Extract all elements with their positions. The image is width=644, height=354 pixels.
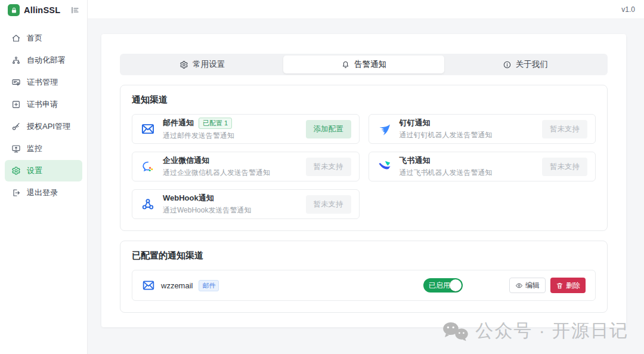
not-supported-label: 暂未支持 — [306, 158, 351, 176]
sidebar-item-label: 授权API管理 — [27, 121, 70, 132]
delete-button[interactable]: 删除 — [550, 278, 586, 293]
channel-title: WebHook通知 — [163, 193, 214, 204]
channel-description: 通过邮件发送告警通知 — [163, 131, 234, 141]
tab-about-us[interactable]: 关于我们 — [444, 56, 606, 73]
menu-fold-icon[interactable] — [70, 5, 81, 16]
sidebar-item-home[interactable]: 首页 — [5, 27, 82, 49]
channel-card-dingtalk: 钉钉通知 通过钉钉机器人发送告警通知 暂未支持 — [369, 114, 596, 144]
channel-text: 飞书通知 通过飞书机器人发送告警通知 — [400, 155, 493, 178]
watermark: 公众号 · 开源日记 — [442, 319, 628, 343]
app-title: AllinSSL — [24, 5, 66, 15]
lock-icon — [8, 4, 20, 16]
not-supported-label: 暂未支持 — [542, 158, 587, 176]
wecom-icon — [140, 159, 156, 174]
tab-label: 常用设置 — [193, 59, 225, 70]
home-icon — [11, 33, 21, 43]
channel-text: 钉钉通知 通过钉钉机器人发送告警通知 — [400, 118, 493, 140]
channel-title: 企业微信通知 — [163, 155, 209, 166]
settings-card: 常用设置 告警通知 关于我们 通知渠道 邮件通知 已配置 1 通过邮件发送告警通… — [101, 34, 626, 327]
page-content: 常用设置 告警通知 关于我们 通知渠道 邮件通知 已配置 1 通过邮件发送告警通… — [88, 19, 644, 354]
bell-icon — [341, 60, 350, 69]
toggle-label: 已启用 — [429, 281, 450, 291]
sidebar-item-api-auth[interactable]: 授权API管理 — [5, 116, 82, 137]
notification-channels-section: 通知渠道 邮件通知 已配置 1 通过邮件发送告警通知 添加配置 钉钉通知 通过钉… — [120, 85, 608, 231]
deploy-icon — [11, 56, 21, 65]
sidebar-item-label: 自动化部署 — [27, 55, 66, 66]
channel-text: 邮件通知 已配置 1 通过邮件发送告警通知 — [163, 118, 234, 141]
webhook-icon — [140, 196, 156, 212]
channel-text: 企业微信通知 通过企业微信机器人发送告警通知 — [163, 155, 270, 178]
key-icon — [11, 122, 21, 131]
channel-text: WebHook通知 通过WebHook发送告警通知 — [163, 193, 251, 216]
section-title: 通知渠道 — [132, 94, 596, 106]
watermark-text: 公众号 · 开源日记 — [475, 319, 628, 343]
edit-button[interactable]: 编辑 — [509, 278, 546, 293]
trash-icon — [556, 282, 564, 290]
channel-card-email: 邮件通知 已配置 1 通过邮件发送告警通知 添加配置 — [132, 114, 360, 144]
tab-alert-notification[interactable]: 告警通知 — [283, 56, 445, 73]
sidebar-item-label: 退出登录 — [27, 187, 58, 198]
configured-rows: wzzemail 邮件 已启用 编辑 删除 — [132, 270, 596, 301]
configured-row-wzzemail: wzzemail 邮件 已启用 编辑 删除 — [132, 270, 596, 301]
sidebar-nav: 首页 自动化部署 证书管理 证书申请 授权API管理 监控 设置 退出登录 — [0, 20, 87, 204]
channel-title: 钉钉通知 — [400, 118, 431, 128]
channel-title: 飞书通知 — [400, 155, 431, 166]
row-controls: 已启用 编辑 删除 — [423, 278, 586, 293]
eye-icon — [515, 282, 523, 290]
sidebar-item-auto-deploy[interactable]: 自动化部署 — [5, 50, 82, 71]
sidebar-item-label: 设置 — [27, 165, 42, 176]
feishu-icon — [377, 159, 392, 174]
not-supported-label: 暂未支持 — [306, 195, 351, 214]
gear-icon — [11, 166, 21, 176]
top-header: v1.0 — [88, 0, 644, 19]
email-icon — [140, 121, 156, 137]
channel-type-badge: 邮件 — [199, 280, 219, 291]
sidebar-item-logout[interactable]: 退出登录 — [5, 182, 82, 204]
sidebar: AllinSSL 首页 自动化部署 证书管理 证书申请 授权API管理 监控 设… — [0, 0, 88, 354]
tab-label: 关于我们 — [516, 59, 548, 70]
monitor-icon — [11, 144, 21, 153]
app-logo: AllinSSL — [0, 0, 87, 20]
email-icon — [142, 279, 155, 292]
dingtalk-icon — [377, 121, 392, 137]
toggle-knob — [450, 279, 462, 291]
channel-description: 通过飞书机器人发送告警通知 — [400, 168, 493, 178]
channel-card-feishu: 飞书通知 通过飞书机器人发送告警通知 暂未支持 — [369, 152, 596, 181]
channel-description: 通过钉钉机器人发送告警通知 — [400, 130, 493, 140]
sidebar-item-label: 监控 — [27, 143, 42, 154]
channel-description: 通过企业微信机器人发送告警通知 — [163, 168, 270, 178]
info-icon — [503, 60, 512, 69]
gear-icon — [179, 60, 188, 69]
not-supported-label: 暂未支持 — [542, 120, 587, 138]
enable-toggle[interactable]: 已启用 — [423, 278, 463, 293]
add-square-icon — [11, 100, 21, 109]
sidebar-item-label: 证书管理 — [27, 77, 58, 88]
sidebar-item-monitor[interactable]: 监控 — [5, 138, 82, 159]
version-label: v1.0 — [621, 5, 635, 14]
sidebar-item-label: 首页 — [27, 33, 42, 44]
channel-title: 邮件通知 — [163, 118, 194, 128]
sidebar-item-cert-apply[interactable]: 证书申请 — [5, 94, 82, 115]
settings-tabbar: 常用设置 告警通知 关于我们 — [120, 54, 608, 75]
sidebar-item-settings[interactable]: 设置 — [5, 160, 82, 181]
channel-description: 通过WebHook发送告警通知 — [163, 205, 251, 216]
delete-label: 删除 — [566, 281, 580, 291]
add-config-button[interactable]: 添加配置 — [306, 120, 351, 138]
sidebar-item-cert-manage[interactable]: 证书管理 — [5, 72, 82, 93]
tab-general-settings[interactable]: 常用设置 — [122, 56, 283, 73]
channel-card-wecom: 企业微信通知 通过企业微信机器人发送告警通知 暂未支持 — [132, 152, 360, 181]
configured-channels-section: 已配置的通知渠道 wzzemail 邮件 已启用 编辑 删除 — [120, 241, 608, 313]
section-title: 已配置的通知渠道 — [132, 250, 596, 261]
wechat-icon — [442, 321, 469, 342]
channel-grid: 邮件通知 已配置 1 通过邮件发送告警通知 添加配置 钉钉通知 通过钉钉机器人发… — [132, 114, 596, 219]
config-name: wzzemail — [161, 281, 193, 290]
logout-icon — [11, 188, 21, 198]
channel-card-webhook: WebHook通知 通过WebHook发送告警通知 暂未支持 — [132, 189, 360, 219]
edit-label: 编辑 — [525, 281, 540, 291]
certificate-icon — [11, 78, 21, 87]
sidebar-item-label: 证书申请 — [27, 99, 58, 110]
tab-label: 告警通知 — [354, 59, 386, 70]
configured-count-badge: 已配置 1 — [199, 118, 232, 129]
